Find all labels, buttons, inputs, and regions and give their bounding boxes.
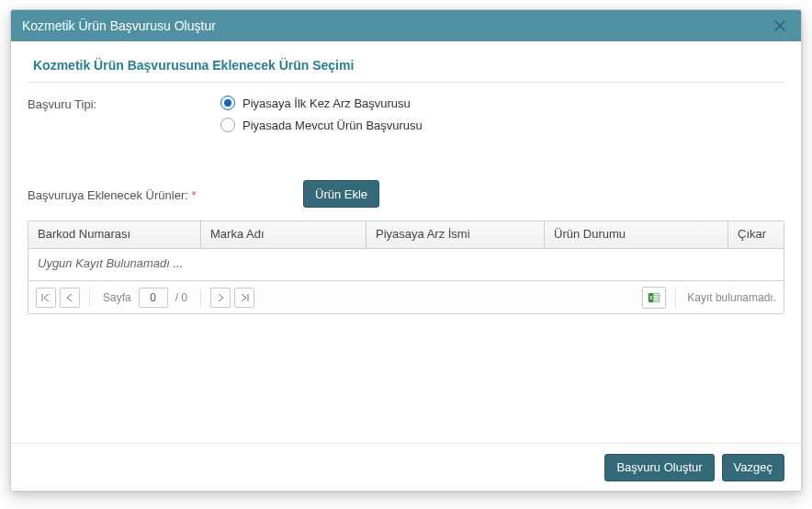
form-row-products: Başvuruya Eklenecek Ürünler: * Ürün Ekle xyxy=(28,180,784,208)
products-label-text: Başvuruya Eklenecek Ürünler: xyxy=(28,188,188,202)
add-product-button[interactable]: Ürün Ekle xyxy=(303,180,379,208)
pager-page-input[interactable] xyxy=(139,288,168,308)
export-excel-button[interactable] xyxy=(642,287,666,309)
col-remove-header: Çıkar xyxy=(728,221,784,248)
cancel-button[interactable]: Vazgeç xyxy=(722,454,784,481)
modal-dialog: Kozmetik Ürün Başvurusu Oluştur Kozmetik… xyxy=(10,9,802,492)
type-label: Başvuru Tipi: xyxy=(28,96,220,111)
grid-header: Barkod Numarası Marka Adı Piyasaya Arz İ… xyxy=(28,221,784,249)
modal-body: Kozmetik Ürün Başvurusuna Eklenecek Ürün… xyxy=(11,41,801,314)
close-icon[interactable] xyxy=(766,10,794,41)
grid-pager: Sayfa / 0 xyxy=(28,280,784,313)
section-title: Kozmetik Ürün Başvurusuna Eklenecek Ürün… xyxy=(28,52,784,83)
radio-first-time-label: Piyasaya İlk Kez Arz Başvurusu xyxy=(242,96,411,110)
radio-existing[interactable]: Piyasada Mevcut Ürün Başvurusu xyxy=(220,118,423,132)
pager-last-icon[interactable] xyxy=(234,288,254,308)
modal-title: Kozmetik Ürün Başvurusu Oluştur xyxy=(22,18,216,33)
pager-page-label: Sayfa xyxy=(103,291,131,304)
radio-button-icon xyxy=(220,96,235,110)
radio-first-time[interactable]: Piyasaya İlk Kez Arz Başvurusu xyxy=(220,96,423,110)
excel-icon xyxy=(648,291,660,304)
pager-next-icon[interactable] xyxy=(210,288,231,308)
col-brand-header[interactable]: Marka Adı xyxy=(201,221,367,248)
col-market-name-header[interactable]: Piyasaya Arz İsmi xyxy=(367,221,545,248)
pager-total-pages: / 0 xyxy=(175,291,187,304)
col-status-header[interactable]: Ürün Durumu xyxy=(545,221,728,248)
pager-separator xyxy=(200,288,201,307)
create-application-button[interactable]: Başvuru Oluştur xyxy=(604,454,714,481)
radio-existing-label: Piyasada Mevcut Ürün Başvurusu xyxy=(242,119,423,132)
form-row-type: Başvuru Tipi: Piyasaya İlk Kez Arz Başvu… xyxy=(28,96,784,140)
pager-first-icon[interactable] xyxy=(36,288,56,308)
products-grid: Barkod Numarası Marka Adı Piyasaya Arz İ… xyxy=(28,221,784,314)
pager-prev-icon[interactable] xyxy=(60,288,80,308)
pager-status: Kayıt bulunamadı. xyxy=(675,288,776,308)
col-barcode-header[interactable]: Barkod Numarası xyxy=(28,221,201,248)
grid-empty-row: Uygun Kayıt Bulunamadı ... xyxy=(28,249,784,280)
products-label: Başvuruya Eklenecek Ürünler: * xyxy=(28,187,220,202)
modal-footer: Başvuru Oluştur Vazgeç xyxy=(11,443,801,491)
pager-separator xyxy=(89,288,90,307)
radio-button-icon xyxy=(220,118,235,132)
modal-header: Kozmetik Ürün Başvurusu Oluştur xyxy=(11,10,801,41)
required-asterisk: * xyxy=(191,188,196,202)
radio-group-type: Piyasaya İlk Kez Arz Başvurusu Piyasada … xyxy=(220,96,423,140)
